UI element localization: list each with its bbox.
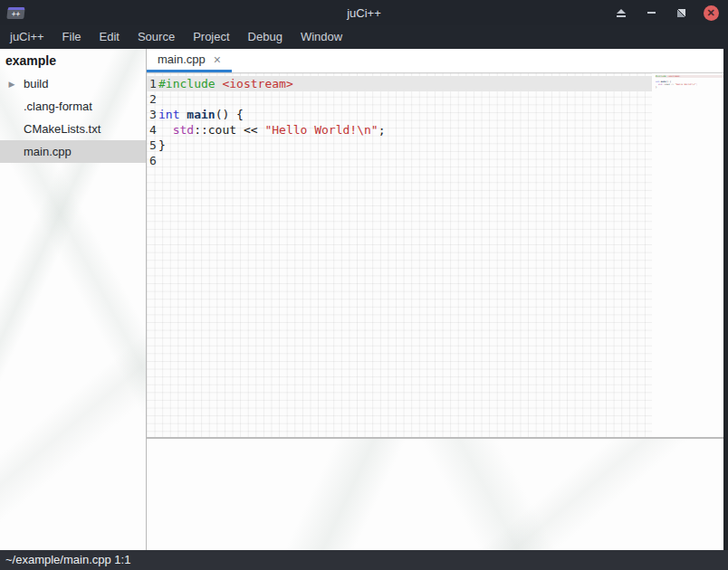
maximize-icon — [677, 9, 685, 17]
token-keyword: int — [158, 108, 179, 121]
tree-item-main-cpp[interactable]: main.cpp — [0, 140, 146, 163]
maximize-button[interactable] — [673, 5, 689, 21]
tab-close-icon[interactable]: × — [214, 53, 221, 66]
menu-item-edit[interactable]: Edit — [91, 25, 129, 49]
token-string: <iostream> — [667, 75, 680, 78]
menu-item-window[interactable]: Window — [292, 25, 351, 49]
content-area: example ▶build.clang-formatCMakeLists.tx… — [0, 49, 728, 550]
token-plain — [158, 123, 173, 137]
tree-item-cmakelists-txt[interactable]: CMakeLists.txt — [0, 118, 146, 140]
titlebar[interactable]: ++ juCi++ ✕ — [0, 0, 728, 25]
token-preproc: #include — [656, 75, 666, 78]
code-line-1: 1#include <iostream> — [147, 76, 652, 91]
tree-item-label: main.cpp — [24, 145, 72, 158]
token-preproc: #include — [158, 77, 216, 90]
menu-item-juci[interactable]: juCi++ — [1, 25, 53, 49]
line-number: 5 — [147, 138, 158, 153]
tree-item-label: CMakeLists.txt — [24, 122, 101, 136]
token-function: main — [187, 108, 215, 121]
token-string: "Hello World!\n" — [675, 83, 696, 86]
code-lines: 1#include <iostream>23int main() {4 std:… — [147, 73, 652, 168]
token-plain: ::cout << — [662, 83, 675, 86]
line-number: 6 — [147, 153, 158, 168]
code-line-6: 6 — [147, 153, 652, 168]
token-string: <iostream> — [222, 77, 292, 90]
code-line-6 — [656, 89, 723, 91]
code-line-4: 4 std::cout << "Hello World!\n"; — [147, 122, 652, 138]
tree-item-build[interactable]: ▶build — [0, 72, 146, 95]
tree-item-label: .clang-format — [24, 100, 92, 113]
status-text: ~/example/main.cpp 1:1 — [5, 553, 130, 566]
minimize-icon — [647, 12, 656, 14]
minimap[interactable]: #include <iostream>int main() { std::cou… — [652, 73, 723, 437]
menu-item-debug[interactable]: Debug — [239, 25, 292, 49]
scrollbar-track[interactable] — [723, 49, 728, 550]
line-number: 1 — [147, 76, 158, 91]
menu-item-source[interactable]: Source — [129, 25, 184, 49]
line-number: 4 — [147, 122, 158, 138]
minimap-lines: #include <iostream>int main() { std::cou… — [652, 73, 723, 91]
tab-label: main.cpp — [158, 52, 206, 66]
line-number: 3 — [147, 107, 158, 122]
shade-button[interactable] — [613, 5, 629, 21]
token-namespace: std — [173, 123, 194, 137]
code-line-5: 5} — [147, 138, 652, 153]
file-tree: ▶build.clang-formatCMakeLists.txtmain.cp… — [0, 72, 146, 163]
minimize-button[interactable] — [643, 5, 659, 21]
code-line-3: 3int main() { — [147, 107, 652, 122]
menu-item-file[interactable]: File — [53, 25, 91, 49]
menubar: juCi++FileEditSourceProjectDebugWindow — [0, 25, 728, 49]
code-editor[interactable]: 1#include <iostream>23int main() {4 std:… — [147, 73, 728, 437]
close-icon: ✕ — [704, 5, 719, 21]
token-plain: } — [158, 138, 166, 152]
code-line-2: 2 — [147, 91, 652, 107]
tree-item-label: build — [24, 77, 48, 90]
expander-triangle-icon[interactable]: ▶ — [0, 80, 24, 89]
token-plain: () { — [216, 108, 244, 121]
output-pane[interactable] — [147, 439, 728, 550]
status-bar: ~/example/main.cpp 1:1 — [0, 550, 728, 570]
token-plain: ; — [696, 83, 697, 86]
close-button[interactable]: ✕ — [703, 5, 719, 21]
token-plain: ; — [378, 123, 386, 137]
shade-icon — [617, 9, 626, 17]
project-name[interactable]: example — [0, 49, 146, 72]
file-tree-panel: example ▶build.clang-formatCMakeLists.tx… — [0, 49, 147, 550]
line-number: 2 — [147, 91, 158, 107]
token-plain: } — [656, 86, 656, 89]
token-plain: ::cout << — [194, 123, 264, 137]
tab-bar: main.cpp × — [147, 49, 728, 73]
tab-main-cpp[interactable]: main.cpp × — [147, 49, 232, 72]
tree-item--clang-format[interactable]: .clang-format — [0, 95, 146, 118]
editor-column: main.cpp × 1#include <iostream>23int mai… — [147, 49, 728, 550]
menu-item-project[interactable]: Project — [184, 25, 238, 49]
token-string: "Hello World!\n" — [264, 123, 378, 137]
app-window: ++ juCi++ ✕ juCi++FileEditSourceProjectD… — [0, 0, 728, 570]
window-controls: ✕ — [613, 0, 719, 25]
